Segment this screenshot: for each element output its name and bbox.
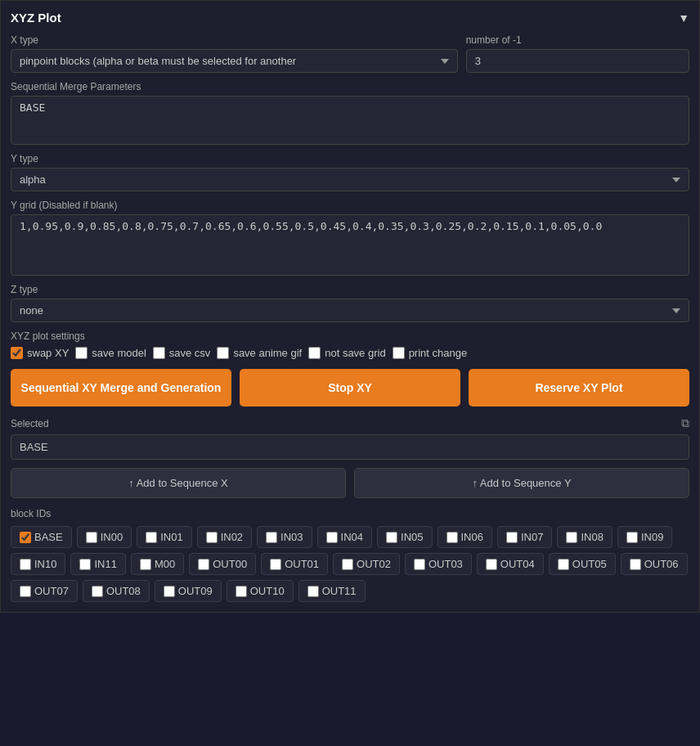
block-item-in05[interactable]: IN05	[377, 526, 432, 548]
block-item-in08[interactable]: IN08	[557, 526, 612, 548]
block-item-in01[interactable]: IN01	[137, 526, 191, 548]
block-item-out09[interactable]: OUT09	[155, 580, 222, 602]
block-checkbox-in08[interactable]	[566, 532, 577, 543]
checkbox-item-save_anime_gif[interactable]: save anime gif	[217, 347, 302, 359]
block-item-out03[interactable]: OUT03	[405, 553, 472, 575]
xyz-plot-panel: XYZ Plot ▼ X type pinpoint blocks (alpha…	[0, 0, 700, 613]
y-grid-textarea[interactable]	[11, 214, 689, 276]
x-type-select[interactable]: pinpoint blocks (alpha or beta must be s…	[11, 49, 458, 73]
block-checkbox-out02[interactable]	[342, 559, 353, 570]
block-checkbox-in10[interactable]	[20, 559, 31, 570]
add-to-sequence-y-button[interactable]: ↑ Add to Sequence Y	[354, 468, 689, 498]
block-checkbox-in11[interactable]	[79, 559, 91, 570]
selected-label: Selected	[11, 418, 49, 429]
block-label-out05: OUT05	[572, 558, 607, 570]
block-checkbox-in03[interactable]	[266, 532, 277, 543]
panel-collapse-icon[interactable]: ▼	[678, 11, 689, 25]
block-checkbox-out08[interactable]	[92, 586, 103, 597]
block-item-out10[interactable]: OUT10	[227, 580, 294, 602]
selected-header: Selected ⧉	[11, 416, 689, 430]
block-item-in00[interactable]: IN00	[77, 526, 132, 548]
checkbox-item-swap_xy[interactable]: swap XY	[11, 347, 69, 359]
block-checkbox-out01[interactable]	[270, 559, 281, 570]
block-item-base[interactable]: BASE	[11, 526, 72, 548]
number-of-input[interactable]	[466, 49, 689, 73]
sequential-merge-textarea[interactable]	[11, 96, 689, 145]
block-label-in03: IN03	[280, 531, 303, 543]
block-checkbox-in07[interactable]	[506, 532, 518, 543]
block-checkbox-out06[interactable]	[630, 559, 641, 570]
checkbox-item-print_change[interactable]: print change	[393, 347, 468, 359]
block-checkbox-in09[interactable]	[626, 532, 638, 543]
block-label-out03: OUT03	[429, 558, 463, 570]
block-item-m00[interactable]: M00	[131, 553, 184, 575]
block-checkbox-out00[interactable]	[198, 559, 209, 570]
checkbox-swap_xy[interactable]	[11, 347, 23, 359]
checkbox-save_model[interactable]	[75, 347, 88, 359]
block-checkbox-out04[interactable]	[486, 559, 497, 570]
block-checkbox-in04[interactable]	[326, 532, 338, 543]
checkbox-save_csv[interactable]	[153, 347, 165, 359]
selected-section: Selected ⧉ BASE	[11, 416, 689, 460]
selected-value: BASE	[11, 434, 689, 460]
checkbox-item-save_csv[interactable]: save csv	[153, 347, 211, 359]
block-label-in04: IN04	[341, 531, 363, 543]
z-type-select[interactable]: nonealphabeta	[11, 299, 689, 322]
block-item-out07[interactable]: OUT07	[11, 580, 78, 602]
checkbox-item-not_save_grid[interactable]: not save grid	[308, 347, 385, 359]
block-checkbox-out07[interactable]	[20, 586, 31, 597]
checkbox-item-save_model[interactable]: save model	[75, 347, 146, 359]
block-item-out02[interactable]: OUT02	[333, 553, 400, 575]
stop-xy-button[interactable]: Stop XY	[240, 369, 460, 407]
block-checkbox-in05[interactable]	[386, 532, 397, 543]
block-item-out08[interactable]: OUT08	[83, 580, 150, 602]
checkbox-print_change[interactable]	[393, 347, 405, 359]
block-checkbox-out11[interactable]	[307, 586, 319, 597]
y-type-select[interactable]: alphanonebeta	[11, 168, 689, 191]
sequential-xy-button[interactable]: Sequential XY Merge and Generation	[11, 369, 231, 407]
block-label-out08: OUT08	[106, 585, 141, 597]
checkboxes-row: swap XYsave modelsave csvsave anime gifn…	[11, 347, 689, 359]
checkbox-label-save_model: save model	[92, 347, 146, 359]
checkbox-save_anime_gif[interactable]	[217, 347, 229, 359]
block-label-in02: IN02	[221, 531, 243, 543]
block-item-out01[interactable]: OUT01	[261, 553, 328, 575]
block-item-in07[interactable]: IN07	[497, 526, 552, 548]
block-label-in09: IN09	[641, 531, 663, 543]
checkbox-not_save_grid[interactable]	[308, 347, 321, 359]
block-item-in10[interactable]: IN10	[11, 553, 65, 575]
block-checkbox-in02[interactable]	[206, 532, 218, 543]
block-item-in04[interactable]: IN04	[317, 526, 372, 548]
block-item-out00[interactable]: OUT00	[189, 553, 256, 575]
block-checkbox-out09[interactable]	[164, 586, 175, 597]
block-item-out04[interactable]: OUT04	[477, 553, 544, 575]
reserve-xy-button[interactable]: Reserve XY Plot	[469, 369, 689, 407]
seq-buttons-row: ↑ Add to Sequence X ↑ Add to Sequence Y	[11, 468, 689, 498]
block-checkbox-out03[interactable]	[414, 559, 425, 570]
block-checkbox-in01[interactable]	[146, 532, 157, 543]
block-checkbox-in06[interactable]	[446, 532, 458, 543]
block-label-in05: IN05	[401, 531, 423, 543]
checkbox-label-swap_xy: swap XY	[27, 347, 69, 359]
block-item-out05[interactable]: OUT05	[549, 553, 616, 575]
z-type-label: Z type	[11, 284, 689, 295]
block-label-m00: M00	[155, 558, 175, 570]
block-item-out11[interactable]: OUT11	[298, 580, 366, 602]
block-checkbox-out05[interactable]	[558, 559, 569, 570]
panel-title: XYZ Plot	[11, 11, 61, 25]
block-item-in11[interactable]: IN11	[70, 553, 125, 575]
block-item-in09[interactable]: IN09	[617, 526, 672, 548]
block-item-in03[interactable]: IN03	[257, 526, 312, 548]
block-checkbox-in00[interactable]	[86, 532, 97, 543]
block-checkbox-base[interactable]	[20, 532, 31, 543]
block-item-out06[interactable]: OUT06	[621, 553, 688, 575]
block-label-in08: IN08	[581, 531, 603, 543]
block-checkbox-m00[interactable]	[140, 559, 151, 570]
add-to-sequence-x-button[interactable]: ↑ Add to Sequence X	[11, 468, 346, 498]
block-checkbox-out10[interactable]	[236, 586, 247, 597]
copy-icon[interactable]: ⧉	[681, 416, 689, 430]
block-item-in06[interactable]: IN06	[438, 526, 492, 548]
block-item-in02[interactable]: IN02	[197, 526, 252, 548]
y-type-label: Y type	[11, 153, 689, 164]
checkbox-label-save_csv: save csv	[169, 347, 211, 359]
